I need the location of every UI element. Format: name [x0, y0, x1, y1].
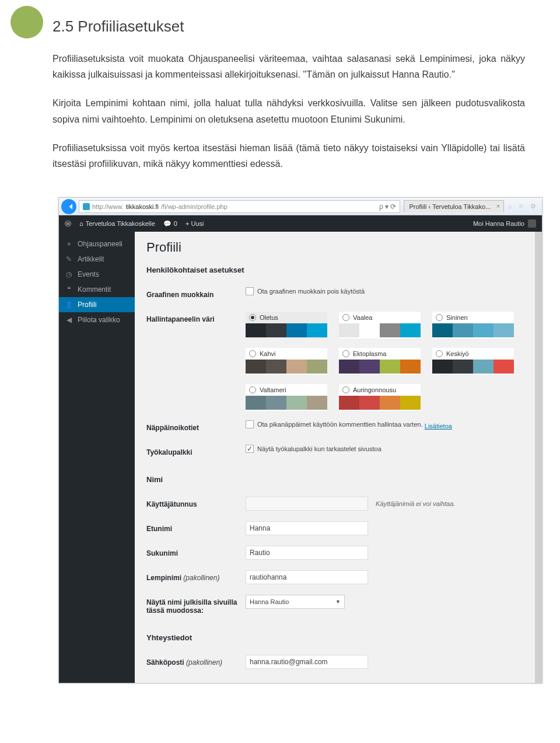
- firstname-input[interactable]: [246, 521, 368, 535]
- refresh-icon[interactable]: ρ ▾ ⟳: [379, 203, 397, 211]
- sidebar-events-icon: ◷: [65, 270, 73, 278]
- shortcuts-checkbox[interactable]: Ota pikanäppäimet käyttöön kommenttien h…: [246, 420, 423, 428]
- sidebar-profile[interactable]: 👤Profiili: [59, 297, 135, 312]
- shortcuts-more-link[interactable]: Lisätietoa: [425, 423, 452, 430]
- home-icon: ⌂: [79, 220, 83, 228]
- scheme-kahvi[interactable]: Kahvi: [246, 348, 327, 375]
- new-content[interactable]: + Uusi: [186, 220, 204, 227]
- sidebar-events[interactable]: ◷Events: [59, 267, 135, 282]
- scheme-label: Kahvi: [260, 350, 276, 357]
- sidebar-comments-icon: ❝: [65, 285, 73, 294]
- sidebar-posts[interactable]: ✎Artikkelit: [59, 252, 135, 267]
- browser-tools[interactable]: ⌂ ☆ ⚙: [508, 203, 538, 210]
- lastname-input[interactable]: [246, 546, 368, 560]
- checkbox-icon: ✓: [246, 445, 254, 453]
- decorative-dot: [10, 6, 43, 39]
- radio-icon: [436, 350, 443, 357]
- swatches: [432, 323, 514, 337]
- swatches: [339, 323, 421, 337]
- scheme-oletus[interactable]: Oletus: [246, 312, 327, 339]
- checkbox-icon: [246, 287, 254, 295]
- scheme-label: Sininen: [446, 314, 468, 321]
- swatches: [432, 360, 514, 374]
- bubble-icon: 💬: [163, 220, 172, 228]
- sidebar-collapse-icon: ◀: [65, 316, 73, 324]
- url-domain: tikkakoski.fi: [126, 203, 159, 210]
- row-toolbar-label: Työkalupalkki: [146, 440, 246, 465]
- scheme-auringonnousu[interactable]: Auringonnousu: [339, 384, 421, 411]
- wp-logo[interactable]: ⓦ: [65, 219, 71, 228]
- row-editor-label: Graafinen muokkain: [146, 282, 246, 307]
- display-name-select[interactable]: Hanna Rautio ▼: [246, 595, 345, 609]
- visual-editor-checkbox[interactable]: Ota graafinen muokkain pois käytöstä: [246, 287, 365, 295]
- sidebar-profile-label: Profiili: [78, 301, 97, 309]
- radio-icon: [249, 386, 256, 393]
- username-hint: Käyttäjänimiä ei voi vaihtaa.: [376, 500, 455, 507]
- scheme-label: Vaalea: [353, 314, 372, 321]
- avatar-icon: [528, 219, 536, 228]
- sidebar-comments[interactable]: ❝Kommentit: [59, 282, 135, 297]
- swatches: [339, 360, 421, 374]
- section-contact: Yhteystiedot: [146, 633, 523, 642]
- username-input: [246, 497, 368, 511]
- sidebar-collapse[interactable]: ◀Piilota valikko: [59, 312, 135, 327]
- row-nick-label: Lempinimi (pakollinen): [146, 566, 246, 590]
- row-user-label: Käyttäjätunnus: [146, 492, 246, 517]
- sidebar-posts-icon: ✎: [65, 255, 73, 263]
- sidebar-dashboard-icon: ⌖: [65, 240, 73, 248]
- address-bar[interactable]: http://www.tikkakoski.fi/fi/wp-admin/pro…: [79, 200, 400, 213]
- scheme-vaalea[interactable]: Vaalea: [339, 312, 421, 339]
- scheme-label: Valtameri: [260, 386, 286, 393]
- swatches: [246, 323, 327, 337]
- page-title: Profiili: [146, 240, 523, 255]
- url-prefix: http://www.: [92, 203, 124, 210]
- row-display-label: Näytä nimi julkisilla sivuilla tässä muo…: [146, 590, 246, 623]
- user-greeting[interactable]: Moi Hanna Rautio: [473, 219, 536, 228]
- admin-content: Profiili Henkilökohtaiset asetukset Graa…: [135, 232, 542, 683]
- sidebar-collapse-label: Piilota valikko: [78, 316, 120, 324]
- scheme-sininen[interactable]: Sininen: [432, 312, 514, 339]
- embedded-screenshot: http://www.tikkakoski.fi/fi/wp-admin/pro…: [58, 197, 542, 683]
- radio-icon: [249, 314, 256, 321]
- toolbar-checkbox[interactable]: ✓ Näytä työkalupalkki kun tarkastelet si…: [246, 445, 382, 453]
- nickname-input[interactable]: [246, 570, 368, 584]
- row-last-label: Sukunimi: [146, 541, 246, 566]
- row-scheme-label: Hallintapaneelin väri: [146, 307, 246, 416]
- doc-paragraph-2: Kirjoita Lempinimi kohtaan nimi, jolla h…: [52, 95, 525, 127]
- row-first-label: Etunimi: [146, 517, 246, 541]
- row-email-label: Sähköposti (pakollinen): [146, 650, 246, 675]
- radio-icon: [249, 350, 256, 357]
- email-input[interactable]: [246, 655, 368, 669]
- radio-icon: [342, 314, 349, 321]
- favicon-icon: [83, 203, 90, 210]
- swatches: [339, 396, 421, 410]
- sidebar-posts-label: Artikkelit: [78, 255, 104, 263]
- wp-admin-bar: ⓦ ⌂Tervetuloa Tikkakoskelle 💬0 + Uusi Mo…: [59, 215, 542, 232]
- back-button[interactable]: [61, 199, 76, 214]
- swatches: [246, 360, 327, 374]
- sidebar-profile-icon: 👤: [65, 301, 73, 309]
- doc-heading: 2.5 Profiiliasetukset: [52, 18, 525, 36]
- doc-paragraph-1: Profiiliasetuksista voit muokata Ohjausp…: [52, 51, 525, 82]
- radio-icon: [436, 314, 443, 321]
- admin-sidebar: ⌖Ohjauspaneeli✎Artikkelit◷Events❝Komment…: [59, 232, 135, 683]
- sidebar-dashboard-label: Ohjauspaneeli: [78, 240, 123, 248]
- scheme-keskiyö[interactable]: Keskiyö: [432, 348, 514, 375]
- scheme-valtameri[interactable]: Valtameri: [246, 384, 327, 411]
- browser-tab[interactable]: Profiili ‹ Tervetuloa Tikkako...: [404, 200, 504, 212]
- sidebar-events-label: Events: [78, 270, 99, 278]
- chevron-down-icon: ▼: [335, 599, 341, 605]
- site-link[interactable]: ⌂Tervetuloa Tikkakoskelle: [79, 220, 155, 228]
- checkbox-icon: [246, 420, 254, 428]
- radio-icon: [342, 386, 349, 393]
- color-scheme-picker: OletusVaaleaSininenKahviEktoplasmaKeskiy…: [246, 312, 523, 411]
- row-shortcuts-label: Näppäinoikotiet: [146, 416, 246, 440]
- comments-count[interactable]: 💬0: [163, 220, 177, 228]
- sidebar-dashboard[interactable]: ⌖Ohjauspaneeli: [59, 236, 135, 252]
- section-personal: Henkilökohtaiset asetukset: [146, 266, 523, 274]
- sidebar-comments-label: Kommentit: [78, 285, 111, 294]
- doc-paragraph-3: Profiiliasetuksissa voit myös kertoa its…: [52, 140, 525, 172]
- radio-icon: [342, 350, 349, 357]
- scheme-ektoplasma[interactable]: Ektoplasma: [339, 348, 421, 375]
- url-path: /fi/wp-admin/profile.php: [161, 203, 228, 210]
